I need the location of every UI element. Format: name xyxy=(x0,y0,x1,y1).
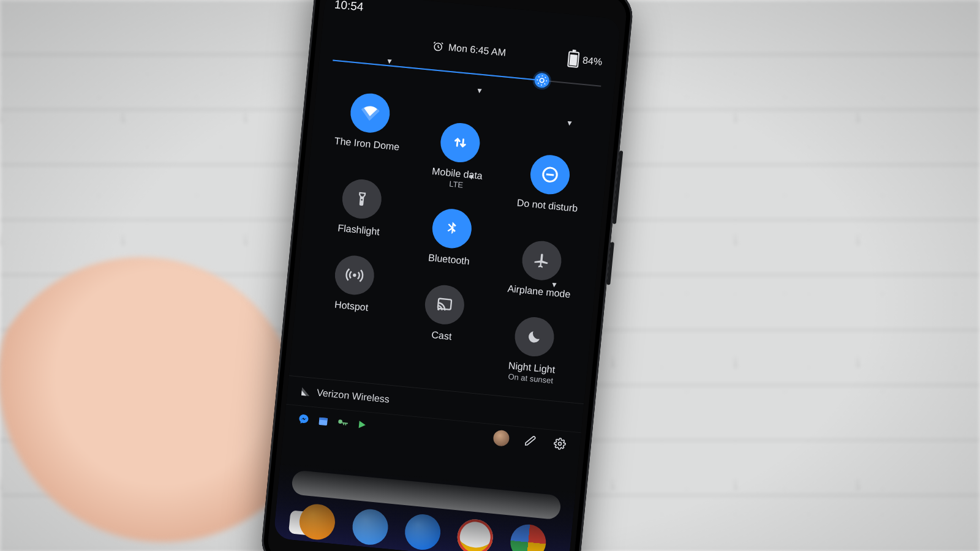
brightness-thumb[interactable] xyxy=(534,72,550,88)
quick-settings-shade[interactable]: 10:54 Mon 6:45 AM 84% xyxy=(273,0,621,551)
play-icon[interactable] xyxy=(355,418,369,432)
moon-icon xyxy=(513,315,556,358)
brightness-fill xyxy=(333,59,542,81)
status-time: 10:54 xyxy=(334,0,364,14)
qs-tile-label: Hotspot xyxy=(334,299,369,313)
chevron-down-icon[interactable]: ▾ xyxy=(477,85,486,94)
qs-tile-dnd[interactable]: Do not disturb▾ xyxy=(503,143,596,226)
svg-point-3 xyxy=(353,273,356,277)
screen: G 10:54 Mon 6:45 AM xyxy=(273,0,621,551)
hotspot-icon xyxy=(333,253,376,296)
qs-tile-label: Bluetooth xyxy=(428,252,470,268)
dnd-icon xyxy=(529,153,571,196)
chevron-down-icon[interactable]: ▾ xyxy=(552,279,561,288)
bluetooth-icon xyxy=(431,208,473,250)
wifi-icon xyxy=(349,92,391,135)
settings-icon[interactable] xyxy=(551,435,568,452)
calendar-icon[interactable] xyxy=(316,414,331,429)
chevron-down-icon[interactable]: ▾ xyxy=(567,118,576,127)
qs-tile-label: Do not disturb xyxy=(516,197,578,214)
qs-tile-hotspot[interactable]: Hotspot xyxy=(307,243,400,326)
qs-tile-cast[interactable]: Cast xyxy=(397,272,490,356)
alarm-icon xyxy=(432,40,444,53)
qs-tile-label: Cast xyxy=(431,329,453,342)
carrier-name: Verizon Wireless xyxy=(316,388,390,405)
chevron-down-icon[interactable]: ▾ xyxy=(387,56,396,65)
qs-tile-label: The Iron Dome xyxy=(334,135,400,153)
airplane-icon xyxy=(521,239,564,282)
svg-point-1 xyxy=(540,78,544,83)
edit-icon[interactable] xyxy=(522,432,539,449)
data-icon xyxy=(439,121,481,164)
qs-tile-bluetooth[interactable]: Bluetooth▾ xyxy=(405,197,498,269)
qs-tiles-grid: The Iron Dome▾Mobile dataLTE▾Do not dist… xyxy=(294,76,612,348)
svg-point-8 xyxy=(558,442,561,445)
qs-tile-nightlight[interactable]: Night LightOn at sunset▾ xyxy=(487,304,580,388)
chevron-down-icon[interactable]: ▾ xyxy=(469,171,478,181)
qs-tile-airplane[interactable]: Airplane mode xyxy=(496,228,588,301)
qs-tile-flashlight[interactable]: Flashlight xyxy=(315,167,407,240)
user-avatar[interactable] xyxy=(492,430,510,447)
battery-icon xyxy=(567,51,579,68)
flashlight-icon xyxy=(341,178,383,220)
alarm-text[interactable]: Mon 6:45 AM xyxy=(448,42,507,59)
phone-frame: G 10:54 Mon 6:45 AM xyxy=(260,0,635,551)
notification-icons-row xyxy=(296,412,370,432)
qs-tile-label: Flashlight xyxy=(337,223,380,238)
signal-icon xyxy=(300,386,311,397)
cast-icon xyxy=(423,283,466,326)
messenger-icon[interactable] xyxy=(296,412,311,427)
qs-tile-mobiledata[interactable]: Mobile dataLTE▾ xyxy=(413,110,506,193)
battery-text[interactable]: 84% xyxy=(582,55,603,68)
qs-tile-label: Airplane mode xyxy=(507,283,571,301)
qs-tile-wifi[interactable]: The Iron Dome▾ xyxy=(322,81,415,164)
vpn-key-icon[interactable] xyxy=(336,416,350,430)
qs-tile-label: Night LightOn at sunset xyxy=(507,360,556,386)
